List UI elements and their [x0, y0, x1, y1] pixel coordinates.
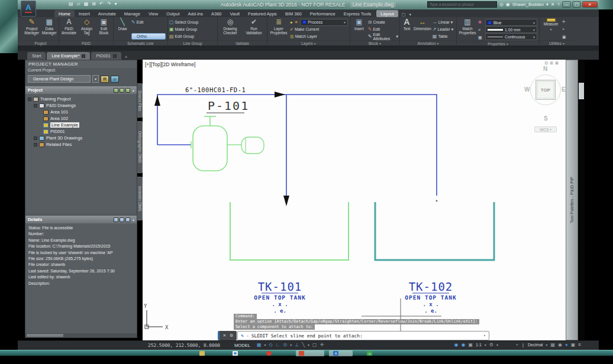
panel-name-annotation[interactable]: Annotation▾ — [400, 40, 456, 46]
current-project-dropdown-chevron-icon[interactable]: ▾ — [92, 75, 99, 83]
equipment-tag-label[interactable]: P-101 — [208, 99, 249, 113]
draw-button[interactable]: ╲ Draw — [115, 18, 130, 40]
workspace-chevron-icon[interactable]: ▾ — [496, 343, 498, 347]
data-manager-button[interactable]: ▦ Data Manager — [41, 18, 58, 40]
scale-chevron-icon[interactable]: ▾ — [485, 343, 486, 347]
tab-layout[interactable]: Layout — [376, 10, 398, 17]
layer-on-icon[interactable]: ● — [290, 20, 292, 25]
annotation-visibility-icon[interactable]: ◉ — [454, 342, 459, 347]
tk101-tag[interactable]: TK-101 — [258, 280, 302, 293]
tab-featured-apps[interactable]: Featured Apps — [244, 10, 281, 17]
viewcube-south[interactable]: S — [544, 115, 548, 122]
minimize-button[interactable]: — — [562, 1, 571, 8]
command-recent-icon[interactable]: ▾ — [483, 333, 486, 338]
run-validation-button[interactable]: ✔ Run Validation — [243, 18, 265, 40]
preview-icon[interactable] — [120, 217, 124, 222]
tab-view[interactable]: View — [144, 10, 162, 17]
taskbar-green-app-icon[interactable]: » — [367, 351, 372, 356]
user-dropdown-icon[interactable]: ▾ — [546, 2, 549, 7]
viewport-close-icon[interactable]: ⊠ — [555, 61, 559, 66]
side-tab-orthographic-dwg[interactable]: Orthographic DWG — [137, 121, 143, 173]
file-tab-pid001[interactable]: PID001 — [91, 52, 121, 60]
panel-name-project[interactable]: Project — [22, 40, 59, 46]
search-input[interactable] — [427, 1, 497, 8]
signed-in-user[interactable]: Shawn_Budden — [512, 2, 544, 7]
new-drawing-icon[interactable] — [120, 88, 124, 93]
drawing-canvas[interactable]: 6"-100HC01-FD-1 P-101 TK-101 OPEN TOP TA… — [143, 60, 566, 340]
search-icon[interactable]: ◎ — [499, 2, 504, 7]
object-color-dropdown[interactable]: Blue ▾ — [485, 19, 537, 26]
expand-icon[interactable] — [34, 104, 37, 108]
taskbar-powerpoint-icon[interactable] — [299, 351, 304, 356]
ortho-toggle-icon[interactable]: ∟ — [276, 342, 280, 347]
object-snap-icon[interactable]: ⊥ — [295, 342, 299, 347]
pipe-tag-label[interactable]: 6"-100HC01-FD-1 — [185, 86, 246, 93]
quick-properties-icon[interactable]: ▦ — [550, 342, 555, 347]
assign-tag-button[interactable]: ◇ Assign Tag — [79, 18, 95, 40]
tank-tk101-shape[interactable] — [230, 202, 349, 260]
help-icon[interactable]: ? — [557, 2, 560, 7]
tree-item-area-101[interactable]: Area 101 — [25, 109, 137, 115]
file-tab-line-example[interactable]: Line Example* — [47, 52, 90, 60]
tab-manage[interactable]: Manage — [120, 10, 144, 17]
leader-button[interactable]: ↗ Leader ▾ — [433, 26, 455, 32]
panel-name-line-group[interactable]: Line Group — [168, 40, 217, 46]
quick-select-icon[interactable]: ✛ — [562, 19, 569, 24]
scrollbar-thumb[interactable] — [579, 83, 584, 99]
annotation-monitor-icon[interactable]: ◉ — [558, 342, 562, 347]
tree-item-plant3d-drawings[interactable]: Plant 3D Drawings — [25, 135, 137, 141]
linetype-dropdown[interactable]: Continuous ▾ — [485, 33, 537, 40]
viewcube-wcs-menu[interactable]: WCS ▾ — [534, 126, 557, 132]
file-tab-close-icon[interactable] — [113, 54, 117, 58]
viewport-restore-icon[interactable]: ⊞ — [550, 61, 553, 66]
close-button[interactable]: ✕ — [582, 1, 598, 8]
panel-name-utilities[interactable]: Utilities▾ — [540, 40, 574, 46]
tab-bim360[interactable]: BIM 360 — [281, 10, 306, 17]
panel-name-layers[interactable]: Layers▾ — [267, 40, 350, 46]
match-properties-button[interactable]: ▥ Match Properties — [458, 18, 477, 41]
viewport-minimize-icon[interactable]: ⊟ — [544, 61, 548, 66]
expand-icon[interactable] — [34, 143, 37, 147]
panel-name-pid[interactable]: P&ID — [59, 40, 113, 46]
expand-icon[interactable] — [28, 98, 31, 101]
layer-properties-button[interactable]: ≣ Layer Properties — [269, 18, 289, 40]
model-space-button[interactable]: MODEL — [232, 342, 253, 349]
tab-output[interactable]: Output — [162, 10, 184, 17]
collapse-icon[interactable]: ▴ — [133, 217, 134, 222]
project-manager-button[interactable]: ✎ Project Manager — [24, 18, 40, 40]
tab-home[interactable]: Home — [54, 10, 75, 17]
taskbar-folder-icon[interactable] — [199, 351, 205, 356]
command-line-grip[interactable]: ✕ ⚙ — [218, 331, 237, 340]
make-current-button[interactable]: ✔ Make Current — [290, 26, 348, 32]
graphics-performance-icon[interactable]: ● — [565, 342, 568, 347]
tree-item-line-example[interactable]: Line Example — [25, 122, 137, 128]
side-tab-isometric-dwg[interactable]: Isometric DWG — [137, 177, 143, 220]
text-button[interactable]: A Text — [401, 18, 412, 40]
ribbon-options-icon[interactable]: ▢ — [402, 12, 406, 17]
viewcube-top-face[interactable]: TOP — [535, 80, 556, 100]
tab-insert[interactable]: Insert — [75, 10, 94, 17]
selection-cycling-icon[interactable]: ▢ — [312, 342, 317, 347]
tab-annotate[interactable]: Annotate — [94, 10, 120, 17]
autoscale-icon[interactable]: ◉ — [462, 342, 466, 347]
snap-toggle-icon[interactable]: ◇ — [269, 342, 273, 347]
panel-name-properties[interactable]: Properties▾ — [457, 41, 539, 46]
side-tab-source-files[interactable]: Source Files — [137, 83, 143, 118]
taskbar-app-icon[interactable] — [266, 351, 272, 356]
edit-sline-button[interactable]: ✎ Edit — [131, 19, 166, 25]
close-icon[interactable]: ✕ — [223, 333, 227, 338]
make-group-button[interactable]: ▣ Make Group — [169, 26, 215, 32]
tk102-tag[interactable]: TK-102 — [409, 280, 453, 293]
refresh-icon[interactable] — [114, 88, 118, 93]
table-button[interactable]: ▦ Table — [433, 33, 455, 40]
attach-drawing-icon[interactable] — [125, 88, 130, 93]
panel-name-schematic[interactable]: Schematic Line — [114, 40, 167, 46]
viewcube-west[interactable]: W — [524, 86, 530, 93]
create-block-button[interactable]: ⊞ Create — [368, 19, 398, 25]
project-section-header[interactable]: Project ▴ — [25, 86, 137, 94]
transparency-icon[interactable]: ▦ — [478, 35, 484, 40]
dimension-button[interactable]: ↔ Dimension — [414, 18, 431, 40]
command-input-bar[interactable]: ✎ - SLEDIT Select sline end point to att… — [237, 331, 489, 340]
file-tab-start[interactable]: Start — [27, 52, 46, 60]
units-chevron-icon[interactable]: ▾ — [546, 343, 547, 347]
